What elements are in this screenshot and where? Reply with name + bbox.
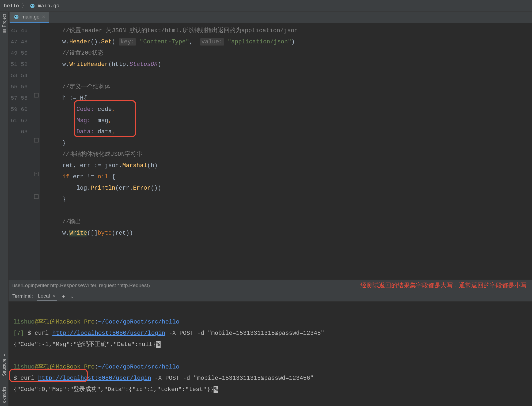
svg-point-5 <box>17 16 18 17</box>
svg-point-4 <box>15 16 16 17</box>
code-text: h := H{ <box>62 95 87 102</box>
chevron-right-icon: 〉 <box>22 2 27 9</box>
code-text: err != <box>73 174 97 180</box>
svg-point-3 <box>14 15 18 19</box>
code-text: w. <box>62 230 69 236</box>
breadcrumb-context: userLogin(writer http.ResponseWriter, re… <box>9 280 532 291</box>
code-text: log. <box>77 185 91 191</box>
add-terminal-button[interactable]: ＋ <box>60 292 66 300</box>
bookmarks-tool-label: okmarks <box>2 387 7 403</box>
code-text: ([] <box>87 230 98 236</box>
term-host: @李硕的MacBook Pro <box>35 364 94 370</box>
term-pct: % <box>214 386 218 393</box>
project-tool-button[interactable]: ▤ Project <box>2 14 7 34</box>
tab-label: main.go <box>21 14 40 20</box>
term-cmd: -X POST -d "mobile=15313311315&passwd=12… <box>165 330 324 337</box>
code-text: , <box>112 129 115 135</box>
code-comment: //输出 <box>62 219 81 225</box>
terminal-toolbar: Terminal: Local ✕ ＋ ⌄ <box>9 291 532 302</box>
param-hint: value: <box>200 38 224 46</box>
term-url[interactable]: http://localhost:8080/user/login <box>52 330 165 337</box>
term-cmd: curl <box>35 330 52 337</box>
term-sep: : <box>95 364 98 370</box>
bookmarks-tool-button[interactable]: okmarks <box>2 387 7 403</box>
fold-marker-icon[interactable]: − <box>34 138 39 142</box>
code-func: Write <box>69 230 87 236</box>
code-comment: //设置header 为JSON 默认的text/html,所以特别指出返回的为… <box>62 27 298 34</box>
code-editor[interactable]: 45 46 47 48 49 50 51 52 53 54 55 56 57 5… <box>9 23 532 280</box>
term-output-line: {"Code":-1,"Msg":"密码不正确","Data":null} <box>13 341 156 348</box>
code-text: ()) <box>151 185 161 191</box>
code-string: "Content-Type" <box>140 39 189 45</box>
code-text: , <box>112 106 115 113</box>
code-text: , <box>189 39 200 45</box>
breadcrumb: hello 〉 main.go <box>0 0 532 12</box>
code-text: } <box>62 196 66 203</box>
svg-point-2 <box>33 5 34 6</box>
term-path: ~/Code/goRoot/src/hello <box>98 319 180 325</box>
code-text: { <box>108 174 115 180</box>
code-prop: Code: <box>77 106 94 113</box>
param-hint: key: <box>119 38 136 46</box>
code-text: , err := json. <box>73 162 122 169</box>
code-text: w. <box>62 39 69 45</box>
folder-icon: ▤ <box>2 29 7 34</box>
code-keyword: if <box>62 174 73 180</box>
code-text: , <box>108 117 112 124</box>
terminal-tab-local[interactable]: Local ✕ <box>37 291 56 301</box>
fold-gutter: − − − − <box>33 23 40 280</box>
code-func: WriteHeader <box>69 61 108 68</box>
code-const: StatusOK <box>130 61 158 68</box>
code-text: ( <box>112 39 115 45</box>
go-file-icon <box>29 3 35 9</box>
terminal-tab-label: Local <box>38 293 50 299</box>
editor-tabs: main.go ✕ <box>9 12 532 23</box>
term-prompt: $ <box>13 375 20 382</box>
svg-point-1 <box>31 5 32 6</box>
structure-tool-button[interactable]: Structure ⌖ <box>2 353 7 376</box>
code-text: (http. <box>108 61 129 68</box>
code-text: ret <box>62 162 73 169</box>
code-string: "application/json" <box>228 39 291 45</box>
code-func: Println <box>90 185 115 191</box>
line-number-gutter: 45 46 47 48 49 50 51 52 53 54 55 56 57 5… <box>9 23 33 280</box>
fold-marker-icon[interactable]: − <box>34 194 39 199</box>
chevron-down-icon[interactable]: ⌄ <box>70 293 74 299</box>
code-text: } <box>62 140 66 146</box>
code-prop: Msg: <box>77 117 91 124</box>
fold-marker-icon[interactable]: − <box>34 93 39 97</box>
code-text: (err. <box>115 185 133 191</box>
term-cmd: -X POST -d "mobile=15313311315&passwd=12… <box>151 375 314 382</box>
term-pct: % <box>156 341 160 348</box>
term-sep: : <box>95 319 98 325</box>
code-text: (ret)) <box>112 230 133 236</box>
project-tool-label: Project <box>2 14 7 27</box>
code-text: w. <box>62 61 69 68</box>
code-comment: //定义一个结构体 <box>62 84 111 90</box>
code-comment: //将结构体转化成JSON字符串 <box>62 151 142 158</box>
term-output-line: {"Code":0,"Msg":"登录成功","Data":{"id":1,"t… <box>13 386 214 393</box>
term-path: ~/Code/goRoot/src/hello <box>98 364 180 370</box>
term-cmd: curl <box>20 375 38 382</box>
tab-main-go[interactable]: main.go ✕ <box>10 12 49 23</box>
code-text: (). <box>90 39 101 45</box>
code-text: code <box>94 106 112 113</box>
term-url[interactable]: http://localhost:8080/user/login <box>38 375 151 382</box>
code-content[interactable]: //设置header 为JSON 默认的text/html,所以特别指出返回的为… <box>40 23 532 280</box>
annotation-overlay: 经测试返回的结果集字段都是大写，通常返回的字段都是小写 <box>360 281 527 290</box>
term-prompt: $ <box>28 330 35 337</box>
terminal-title: Terminal: <box>12 293 33 299</box>
close-icon[interactable]: ✕ <box>52 294 56 298</box>
breadcrumb-file[interactable]: main.go <box>38 3 59 9</box>
code-keyword: byte <box>98 230 112 236</box>
fold-marker-icon[interactable]: − <box>34 172 39 176</box>
code-text: data <box>94 129 112 135</box>
close-icon[interactable]: ✕ <box>42 14 45 20</box>
term-user: lishuo <box>13 319 35 325</box>
code-func: Marshal <box>122 162 147 169</box>
terminal-output[interactable]: lishuo@李硕的MacBook Pro:~/Code/goRoot/src/… <box>9 302 532 406</box>
left-tool-rail: ▤ Project Structure ⌖ okmarks <box>0 12 9 406</box>
code-func: Set <box>101 39 112 45</box>
breadcrumb-root[interactable]: hello <box>4 3 19 9</box>
code-text: msg <box>90 117 108 124</box>
